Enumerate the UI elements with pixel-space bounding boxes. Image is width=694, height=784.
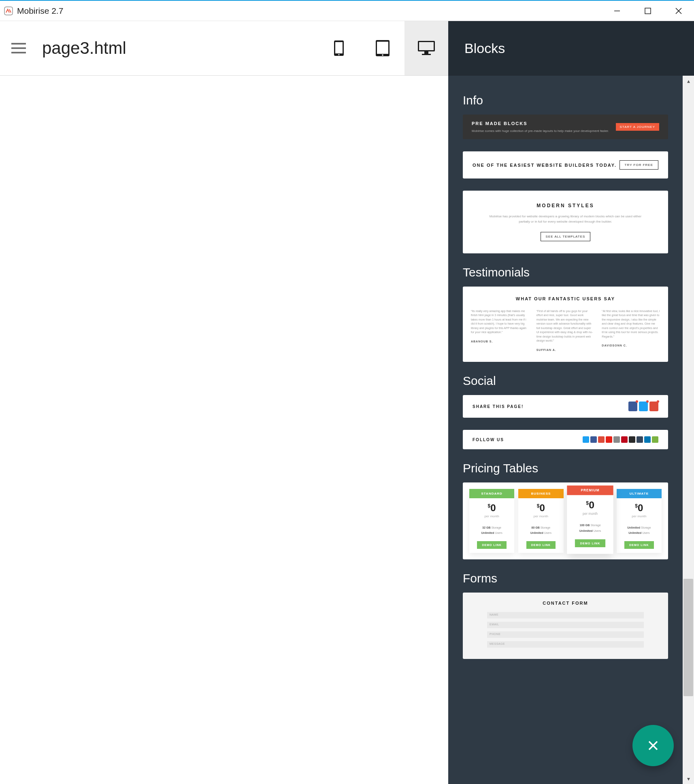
pricing-card: STANDARD $0 per month 32 GB StorageUnlim… [469,489,514,553]
info1-button: START A JOURNEY [616,123,659,131]
linkedin-icon [644,436,651,443]
window-maximize-button[interactable] [632,1,663,21]
page-title: page3.html [42,38,126,58]
social-follow-heading: FOLLOW US [473,438,583,442]
svg-rect-17 [422,54,431,55]
pricing-card: ULTIMATE $0 per month Unlimited StorageU… [617,489,662,553]
info2-heading: ONE OF THE EASIEST WEBSITE BUILDERS TODA… [473,163,617,168]
svg-rect-16 [424,51,428,54]
section-title-info: Info [463,93,668,107]
info1-sub: Mobirise comes with huge collection of p… [472,129,616,133]
toolbar: page3.html [0,21,448,76]
youtube-icon [606,436,612,443]
facebook-icon [590,436,597,443]
behance-icon [629,436,635,443]
window-close-button[interactable] [663,1,694,21]
window-minimize-button[interactable] [602,1,632,21]
google-icon [649,402,658,411]
scroll-thumb[interactable] [683,579,693,696]
info1-heading: PRE MADE BLOCKS [472,121,616,126]
blocks-panel-title: Blocks [448,21,694,76]
svg-point-10 [338,54,339,55]
block-thumb-social-follow[interactable]: FOLLOW US [463,430,668,449]
svg-rect-12 [377,42,388,54]
block-thumb-social-share[interactable]: SHARE THIS PAGE! [463,395,668,418]
close-panel-button[interactable] [632,725,674,766]
section-title-testimonials: Testimonials [463,266,668,279]
app-title: Mobirise 2.7 [17,6,63,16]
pricing-card: PREMIUM $0 per month 100 GB StorageUnlim… [567,486,613,554]
pricing-card: BUSINESS $0 per month 80 GB StorageUnlim… [518,489,563,553]
info3-sub: Mobirise has provided for website develo… [487,214,644,225]
canvas[interactable] [0,76,448,784]
blocks-scrollbar[interactable]: ▴ ▾ [683,76,694,784]
block-thumb-info-1[interactable]: PRE MADE BLOCKS Mobirise comes with huge… [463,115,668,139]
viewport-mobile-button[interactable] [317,21,361,75]
pinterest-icon [621,436,628,443]
info3-button: SEE ALL TEMPLATES [541,232,591,241]
section-title-social: Social [463,374,668,388]
block-thumb-pricing[interactable]: STANDARD $0 per month 32 GB StorageUnlim… [463,482,668,559]
block-thumb-contact-form[interactable]: CONTACT FORM NAMEEMAILPHONEMESSAGE [463,593,668,659]
testimonial-item: “At first view, looks like a nice innova… [602,309,660,353]
titlebar: Mobirise 2.7 [0,0,694,21]
svg-rect-15 [419,42,434,50]
scroll-down-icon[interactable]: ▾ [683,773,694,784]
tumblr-icon [637,436,643,443]
scroll-up-icon[interactable]: ▴ [683,76,694,86]
svg-rect-9 [335,42,343,53]
instagram-icon [613,436,620,443]
menu-button[interactable] [10,39,28,57]
testimonial-item: “First of all hands off to you guys for … [536,309,595,353]
form-field: NAME [487,612,644,618]
viewport-desktop-button[interactable] [404,21,448,75]
blocks-panel: Blocks Info PRE MADE BLOCKS Mobirise com… [448,21,694,784]
info3-heading: MODERN STYLES [487,203,644,208]
section-title-forms: Forms [463,572,668,585]
viewport-tablet-button[interactable] [361,21,404,75]
testimonials-heading: WHAT OUR FANTASTIC USERS SAY [471,296,660,301]
form-field: MESSAGE [487,641,644,648]
social-share-heading: SHARE THIS PAGE! [473,404,628,409]
form-heading: CONTACT FORM [487,601,644,606]
google-icon [598,436,605,443]
testimonial-item: “Its really very amazing app that makes … [471,309,529,353]
block-thumb-info-3[interactable]: MODERN STYLES Mobirise has provided for … [463,191,668,253]
app-icon [3,6,14,16]
block-thumb-testimonials[interactable]: WHAT OUR FANTASTIC USERS SAY “Its really… [463,287,668,362]
facebook-icon [628,402,637,411]
form-field: PHONE [487,631,644,638]
info2-button: TRY FOR FREE [619,160,658,170]
section-title-pricing: Pricing Tables [463,461,668,475]
block-thumb-info-2[interactable]: ONE OF THE EASIEST WEBSITE BUILDERS TODA… [463,151,668,178]
twitter-icon [583,436,589,443]
svg-point-13 [382,54,383,56]
twitter-icon [639,402,648,411]
rss-icon [652,436,658,443]
svg-rect-2 [645,8,651,14]
form-field: EMAIL [487,622,644,628]
